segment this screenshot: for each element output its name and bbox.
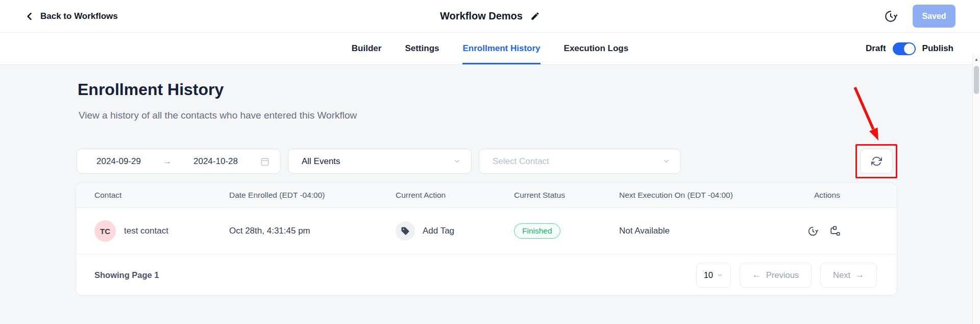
column-header-current-action: Current Action (396, 191, 514, 200)
tab-enrollment-history[interactable]: Enrollment History (462, 33, 540, 64)
date-enrolled-cell: Oct 28th, 4:31:45 pm (229, 226, 396, 236)
arrow-right-icon: → (855, 270, 864, 280)
workflow-title-wrap: Workflow Demos (0, 0, 980, 32)
annotation-highlight-box (855, 144, 897, 178)
arrow-left-icon: ← (752, 270, 761, 280)
page-title: Enrollment History (78, 80, 224, 99)
previous-label: Previous (766, 270, 799, 280)
tag-icon-circle (396, 221, 415, 241)
next-execution-cell: Not Available (619, 226, 806, 236)
table-header-row: Contact Date Enrolled (EDT -04:00) Curre… (76, 183, 897, 208)
column-header-current-status: Current Status (514, 191, 619, 200)
tab-execution-logs[interactable]: Execution Logs (564, 33, 629, 64)
enrollment-history-action-button[interactable] (807, 226, 818, 237)
draft-publish-control: Draft Publish (866, 33, 953, 64)
publish-label: Publish (922, 43, 953, 54)
contact-cell[interactable]: TC test contact (94, 220, 229, 242)
chevron-down-icon (663, 157, 670, 165)
tab-bar: Builder Settings Enrollment History Exec… (0, 33, 980, 65)
table-row: TC test contact Oct 28th, 4:31:45 pm Add… (76, 208, 897, 254)
chevron-down-icon (453, 157, 461, 165)
top-bar: Back to Workflows Workflow Demos Saved (0, 0, 980, 33)
page-size-value: 10 (704, 270, 713, 280)
row-actions-cell (806, 225, 897, 237)
refresh-icon (871, 156, 882, 167)
top-actions: Saved (884, 0, 955, 32)
events-filter-select[interactable]: All Events (288, 149, 472, 174)
column-header-contact: Contact (94, 191, 229, 200)
tab-settings[interactable]: Settings (405, 33, 439, 64)
current-action-label: Add Tag (423, 226, 454, 236)
enrollment-table-card: Contact Date Enrolled (EDT -04:00) Curre… (76, 182, 897, 295)
draft-label: Draft (866, 43, 886, 54)
edit-pencil-icon[interactable] (530, 11, 540, 21)
contact-name: test contact (124, 226, 168, 236)
current-action-cell: Add Tag (396, 221, 514, 241)
toggle-knob (904, 43, 915, 54)
history-clock-icon (884, 10, 897, 23)
tag-icon (401, 226, 410, 236)
date-range-picker[interactable]: 2024-09-29 → 2024-10-28 (77, 149, 281, 174)
tab-builder[interactable]: Builder (352, 33, 382, 64)
avatar: TC (94, 220, 116, 242)
date-range-arrow-icon: → (163, 156, 172, 167)
tabs: Builder Settings Enrollment History Exec… (0, 33, 980, 64)
date-start-value: 2024-09-29 (96, 156, 141, 167)
column-header-next-execution: Next Execution On (EDT -04:00) (619, 191, 806, 200)
current-status-cell: Finished (514, 223, 619, 239)
scrollbar-thumb[interactable] (974, 66, 979, 94)
contact-filter-select[interactable]: Select Contact (479, 149, 681, 174)
workflow-title: Workflow Demos (440, 10, 523, 22)
calendar-icon (260, 156, 270, 167)
publish-toggle[interactable] (893, 42, 916, 55)
filter-row: 2024-09-29 → 2024-10-28 All Events Selec… (77, 144, 897, 178)
re-enroll-action-button[interactable] (829, 225, 841, 237)
chevron-down-icon (717, 272, 723, 279)
column-header-date-enrolled: Date Enrolled (EDT -04:00) (229, 191, 396, 200)
contact-filter-placeholder: Select Contact (493, 156, 549, 167)
next-label: Next (833, 270, 850, 280)
column-header-actions: Actions (806, 191, 897, 200)
showing-page-label: Showing Page 1 (94, 270, 159, 280)
events-filter-value: All Events (302, 156, 340, 167)
version-history-button[interactable] (884, 10, 897, 23)
content-area: Enrollment History View a history of all… (0, 65, 980, 324)
date-end-value: 2024-10-28 (193, 156, 238, 167)
next-page-button[interactable]: Next → (820, 263, 877, 288)
annotation-arrow (845, 83, 891, 144)
history-clock-icon (807, 226, 818, 237)
page-subtitle: View a history of all the contacts who h… (79, 110, 357, 121)
pagination-controls: 10 ← Previous Next → (696, 263, 877, 288)
page-size-select[interactable]: 10 (696, 263, 731, 288)
table-footer: Showing Page 1 10 ← Previous Next → (76, 254, 897, 295)
previous-page-button[interactable]: ← Previous (740, 263, 812, 288)
saved-button[interactable]: Saved (913, 5, 955, 28)
status-badge: Finished (514, 223, 560, 239)
refresh-button[interactable] (860, 149, 893, 174)
re-enroll-workflow-icon (829, 225, 841, 237)
scroll-up-arrow-icon[interactable]: ▲ (973, 55, 980, 62)
vertical-scrollbar[interactable]: ▲ (972, 55, 980, 324)
